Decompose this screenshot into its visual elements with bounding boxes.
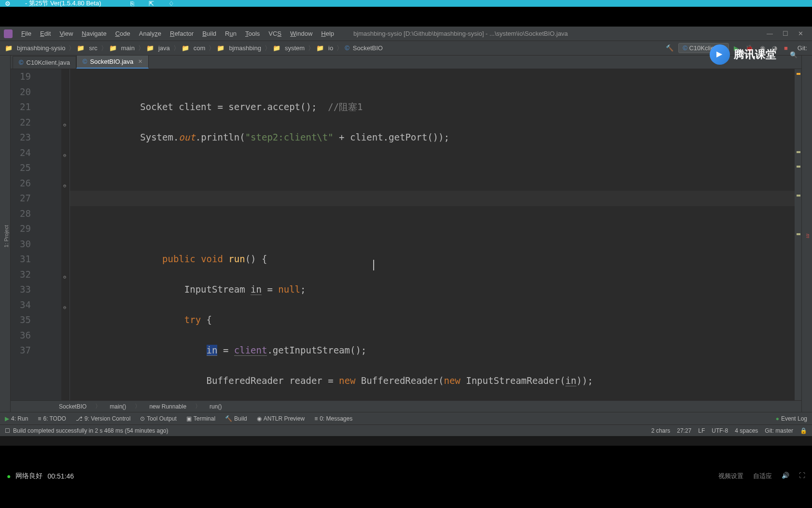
event-log[interactable]: ●Event Log xyxy=(776,415,807,422)
menu-navigate[interactable]: Navigate xyxy=(78,28,110,39)
video-time: 00:51:46 xyxy=(47,472,74,480)
ide-title: bjmashbing-sysio [D:\Github\bjmashbing-s… xyxy=(353,30,766,37)
crumb-main[interactable]: main xyxy=(120,44,136,52)
bc-class[interactable]: SocketBIO xyxy=(59,403,86,410)
tab-socketbio[interactable]: © SocketBIO.java ✕ xyxy=(76,55,149,69)
crumb-io[interactable]: io xyxy=(327,44,335,52)
fold-icon[interactable]: ⊖ xyxy=(63,148,66,163)
error-stripe[interactable] xyxy=(795,69,801,400)
menu-vcs[interactable]: VCS xyxy=(265,28,285,39)
status-le[interactable]: LF xyxy=(698,427,705,434)
tool-antlr[interactable]: ◉ ANTLR Preview xyxy=(257,415,305,422)
video-settings[interactable]: 视频设置 xyxy=(718,472,743,480)
crumb-src[interactable]: src xyxy=(87,44,98,52)
editor-tabs: © C10Kclient.java © SocketBIO.java ✕ xyxy=(11,56,801,69)
navigation-bar: 📁 bjmashbing-sysio〉 📁src〉 📁main〉 📁java〉 … xyxy=(0,41,812,56)
menu-help[interactable]: Help xyxy=(317,28,338,39)
sidebar-maven[interactable]: m xyxy=(804,230,812,242)
menu-code[interactable]: Code xyxy=(112,28,134,39)
watermark: 腾讯课堂 🔍 xyxy=(710,44,798,65)
volume-icon[interactable]: 🔊 xyxy=(782,472,789,480)
ide-logo-icon xyxy=(4,29,13,38)
folder-icon: 📁 xyxy=(5,44,13,52)
code-content[interactable]: Socket client = server.accept(); //阻塞1 S… xyxy=(70,69,795,400)
sidebar-project[interactable]: 1: Project xyxy=(2,221,10,251)
code-breadcrumb: SocketBIO〉 main()〉 new Runnable〉 run() xyxy=(11,400,801,412)
status-pos[interactable]: 27:27 xyxy=(677,427,691,434)
tab-label: SocketBIO.java xyxy=(90,58,134,65)
minimize-icon[interactable]: — xyxy=(767,30,773,37)
menu-analyze[interactable]: Analyze xyxy=(135,28,165,39)
crumb-root[interactable]: bjmashbing-sysio xyxy=(15,44,67,52)
line-gutter: 19202122 23242526 27282930 31323334 3536… xyxy=(11,69,35,400)
tab-label: C10Kclient.java xyxy=(27,59,70,66)
java-file-icon: © xyxy=(83,58,87,65)
menu-build[interactable]: Build xyxy=(198,28,220,39)
tool-run[interactable]: ▶4: Run xyxy=(5,415,28,422)
right-sidebar: m Database PlantUML Ant 1: Structure xyxy=(801,56,812,412)
menu-bar: File Edit View Navigate Code Analyze Ref… xyxy=(0,27,812,41)
menu-edit[interactable]: Edit xyxy=(36,28,55,39)
lock-icon[interactable]: 🔒 xyxy=(800,427,807,434)
git-label: Git: xyxy=(798,44,807,52)
tool-output[interactable]: ⊙ Tool Output xyxy=(140,415,176,422)
tool-vcs[interactable]: ⎇ 9: Version Control xyxy=(76,415,130,422)
status-git[interactable]: Git: master xyxy=(765,427,793,434)
menu-tools[interactable]: Tools xyxy=(241,28,264,39)
window-title: - 第25节 Ver(1.5.4.80 Beta) xyxy=(25,0,101,8)
status-message: Build completed successfully in 2 s 468 … xyxy=(13,427,168,434)
crumb-java[interactable]: java xyxy=(157,44,171,52)
menu-file[interactable]: File xyxy=(17,28,35,39)
build-icon[interactable]: 🔨 xyxy=(664,44,675,52)
menu-run[interactable]: Run xyxy=(221,28,240,39)
video-adaptive[interactable]: 自适应 xyxy=(753,472,772,480)
os-title-bar: ⚙ - 第25节 Ver(1.5.4.80 Beta) ⎘ ⇱ ♢ xyxy=(0,0,812,7)
network-status: 网络良好 xyxy=(15,472,42,480)
fold-icon[interactable]: ⊖ xyxy=(63,178,66,194)
tool-todo[interactable]: ≡ 6: TODO xyxy=(38,415,66,422)
crumb-com[interactable]: com xyxy=(192,44,207,52)
menu-refactor[interactable]: Refactor xyxy=(166,28,197,39)
window-controls: — ☐ ✕ xyxy=(767,30,808,37)
bc-method[interactable]: main() xyxy=(110,403,126,410)
crumb-system[interactable]: system xyxy=(283,44,306,52)
fold-icon[interactable]: ⊖ xyxy=(63,269,66,285)
watermark-icon xyxy=(710,44,730,65)
status-indent[interactable]: 4 spaces xyxy=(735,427,758,434)
menu-view[interactable]: View xyxy=(56,28,77,39)
text-cursor xyxy=(373,260,374,270)
left-sidebar: 1: Project 2: Favorites xyxy=(0,56,11,412)
fold-column: ⊖ ⊖ ⊖ ⊖ ⊖ xyxy=(61,69,70,400)
bc-run[interactable]: run() xyxy=(210,403,222,410)
watermark-text: 腾讯课堂 xyxy=(734,47,776,62)
tab-c10kclient[interactable]: © C10Kclient.java xyxy=(13,56,76,69)
close-tab-icon[interactable]: ✕ xyxy=(138,58,142,65)
tool-build[interactable]: 🔨 Build xyxy=(225,415,247,422)
java-file-icon: © xyxy=(19,59,24,66)
status-bar: ☐ Build completed successfully in 2 s 46… xyxy=(0,424,812,436)
close-icon[interactable]: ✕ xyxy=(798,30,803,37)
fold-icon[interactable]: ⊖ xyxy=(63,300,66,315)
menu-window[interactable]: Window xyxy=(286,28,316,39)
status-chars: 2 chars xyxy=(651,427,670,434)
crumb-class[interactable]: SocketBIO xyxy=(351,44,384,52)
gutter-marks: ●↑ 💡 xyxy=(35,69,61,400)
tool-terminal[interactable]: ▣ Terminal xyxy=(186,415,215,422)
fullscreen-icon[interactable]: ⛶ xyxy=(799,472,805,480)
tool-messages[interactable]: ≡ 0: Messages xyxy=(314,415,352,422)
fold-icon[interactable]: ⊖ xyxy=(63,117,66,133)
maximize-icon[interactable]: ☐ xyxy=(783,30,788,37)
crumb-pkg[interactable]: bjmashbing xyxy=(227,44,263,52)
bottom-tool-bar: ▶4: Run ≡ 6: TODO ⎇ 9: Version Control ⊙… xyxy=(0,412,812,424)
status-encoding[interactable]: UTF-8 xyxy=(712,427,728,434)
bc-anon[interactable]: new Runnable xyxy=(149,403,186,410)
code-editor[interactable]: 19202122 23242526 27282930 31323334 3536… xyxy=(11,69,801,400)
video-player-bar: ● 网络良好 00:51:46 视频设置 自适应 🔊 ⛶ xyxy=(0,469,812,483)
